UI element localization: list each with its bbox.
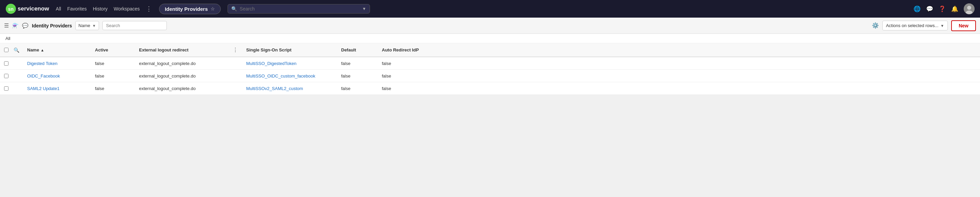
row3-name-link[interactable]: SAML2 Update1 <box>27 86 59 91</box>
new-button[interactable]: New <box>951 20 976 31</box>
row1-dots-cell <box>231 60 243 67</box>
th-name-label: Name <box>27 47 39 52</box>
chat-icon[interactable]: 💬 <box>926 5 933 13</box>
sub-toolbar: ☰ ⚗️ 💬 Identity Providers Name ▼ ⚙️ Acti… <box>0 17 980 34</box>
avatar[interactable] <box>964 3 975 14</box>
table-row: SAML2 Update1 false external_logout_comp… <box>0 82 980 95</box>
filter-icon[interactable]: ⚗️ <box>12 23 19 29</box>
th-sso-label: Single Sign-On Script <box>246 47 292 52</box>
actions-dropdown[interactable]: Actions on selected rows... ▼ <box>882 20 948 30</box>
row1-auto-redirect-cell: false <box>379 58 433 69</box>
breadcrumb-all: All <box>5 36 10 41</box>
th-external-logout-label: External logout redirect <box>139 47 189 52</box>
row3-checkbox[interactable] <box>4 86 8 91</box>
row2-external-logout-cell: external_logout_complete.do <box>136 70 231 82</box>
row3-auto-redirect-cell: false <box>379 83 433 95</box>
row1-search-cell <box>12 60 24 67</box>
th-sso[interactable]: Single Sign-On Script <box>243 44 339 56</box>
nav-right-icons: 🌐 💬 ❓ 🔔 <box>913 3 975 14</box>
actions-dropdown-arrow-icon: ▼ <box>940 24 944 28</box>
th-search: 🔍 <box>12 44 24 56</box>
th-active[interactable]: Active <box>92 44 136 56</box>
row3-checkbox-cell <box>0 83 12 94</box>
row3-dots-cell <box>231 85 243 92</box>
nav-link-history[interactable]: History <box>93 6 108 11</box>
bubble-icon[interactable]: 💬 <box>22 23 29 29</box>
row1-default-cell: false <box>339 58 379 69</box>
row1-name-link[interactable]: Digested Token <box>27 61 57 66</box>
row3-search-cell <box>12 85 24 92</box>
th-name-sort-icon: ▲ <box>40 48 44 52</box>
bell-icon[interactable]: 🔔 <box>951 5 958 13</box>
logo[interactable]: sn servicenow <box>5 3 49 14</box>
th-auto-redirect-label: Auto Redirect IdP <box>382 47 419 52</box>
th-default-label: Default <box>341 47 356 52</box>
title-pill[interactable]: Identity Providers ☆ <box>159 4 221 14</box>
row2-default-cell: false <box>339 70 379 82</box>
row2-auto-redirect-cell: false <box>379 70 433 82</box>
svg-point-3 <box>967 6 971 10</box>
filter-field-arrow-icon: ▼ <box>92 24 96 28</box>
breadcrumb-row: All <box>0 34 980 43</box>
row2-checkbox[interactable] <box>4 74 8 78</box>
th-dots[interactable]: ⋮ <box>231 43 243 57</box>
global-search-input[interactable] <box>240 6 360 11</box>
th-active-label: Active <box>95 47 108 52</box>
sub-toolbar-right: ⚙️ Actions on selected rows... ▼ New <box>872 20 976 31</box>
row3-sso-cell: MultiSSOv2_SAML2_custom <box>243 82 339 95</box>
table-row: OIDC_Facebook false external_logout_comp… <box>0 70 980 82</box>
row2-search-cell <box>12 72 24 79</box>
globe-icon[interactable]: 🌐 <box>913 5 921 13</box>
select-all-checkbox[interactable] <box>4 48 8 52</box>
row1-external-logout-cell: external_logout_complete.do <box>136 58 231 69</box>
th-name[interactable]: Name ▲ <box>24 44 92 56</box>
nav-link-all[interactable]: All <box>56 6 61 11</box>
global-search-icon: 🔍 <box>231 6 237 11</box>
row3-active-cell: false <box>92 83 136 95</box>
row2-dots-cell <box>231 72 243 79</box>
row2-checkbox-cell <box>0 70 12 82</box>
global-search-bar[interactable]: 🔍 ▼ <box>228 4 370 14</box>
actions-dropdown-label: Actions on selected rows... <box>886 23 939 28</box>
row3-name-cell: SAML2 Update1 <box>24 82 92 95</box>
star-icon[interactable]: ☆ <box>211 6 215 11</box>
top-nav: sn servicenow All Favorites History Work… <box>0 0 980 17</box>
row1-name-cell: Digested Token <box>24 57 92 69</box>
logo-text: servicenow <box>18 5 49 12</box>
help-icon[interactable]: ❓ <box>939 5 946 13</box>
row1-sso-cell: MultiSSO_DigestedToken <box>243 57 339 69</box>
row2-name-link[interactable]: OIDC_Facebook <box>27 74 60 79</box>
row1-checkbox-cell <box>0 58 12 69</box>
th-checkbox <box>0 44 12 55</box>
table-search-icon[interactable]: 🔍 <box>14 47 19 53</box>
table-header: 🔍 Name ▲ Active External logout redirect… <box>0 43 980 57</box>
th-auto-redirect[interactable]: Auto Redirect IdP <box>379 44 433 56</box>
sub-toolbar-left: ☰ ⚗️ 💬 Identity Providers Name ▼ <box>4 21 167 30</box>
th-default[interactable]: Default <box>339 44 379 56</box>
row2-name-cell: OIDC_Facebook <box>24 70 92 82</box>
row1-sso-link[interactable]: MultiSSO_DigestedToken <box>246 61 296 66</box>
row2-sso-link[interactable]: MultiSSO_OIDC_custom_facebook <box>246 74 315 79</box>
row3-external-logout-cell: external_logout_complete.do <box>136 83 231 95</box>
svg-text:sn: sn <box>8 6 14 12</box>
nav-links: All Favorites History Workspaces ⋮ <box>56 5 152 13</box>
row2-sso-cell: MultiSSO_OIDC_custom_facebook <box>243 70 339 82</box>
row2-active-cell: false <box>92 70 136 82</box>
filter-field-label: Name <box>78 23 90 28</box>
filter-field-dropdown[interactable]: Name ▼ <box>75 21 99 30</box>
row3-default-cell: false <box>339 83 379 95</box>
settings-icon[interactable]: ⚙️ <box>872 22 879 29</box>
hamburger-icon[interactable]: ☰ <box>4 22 9 29</box>
search-input[interactable] <box>102 21 167 30</box>
table-container: 🔍 Name ▲ Active External logout redirect… <box>0 43 980 95</box>
nav-more-icon[interactable]: ⋮ <box>146 5 152 13</box>
row1-active-cell: false <box>92 58 136 69</box>
title-pill-label: Identity Providers <box>165 6 208 12</box>
row3-sso-link[interactable]: MultiSSOv2_SAML2_custom <box>246 86 303 91</box>
th-external-logout[interactable]: External logout redirect <box>136 44 231 56</box>
table-row: Digested Token false external_logout_com… <box>0 57 980 70</box>
row1-checkbox[interactable] <box>4 61 8 66</box>
global-search-dropdown-icon[interactable]: ▼ <box>362 6 366 11</box>
nav-link-favorites[interactable]: Favorites <box>67 6 87 11</box>
nav-link-workspaces[interactable]: Workspaces <box>114 6 140 11</box>
